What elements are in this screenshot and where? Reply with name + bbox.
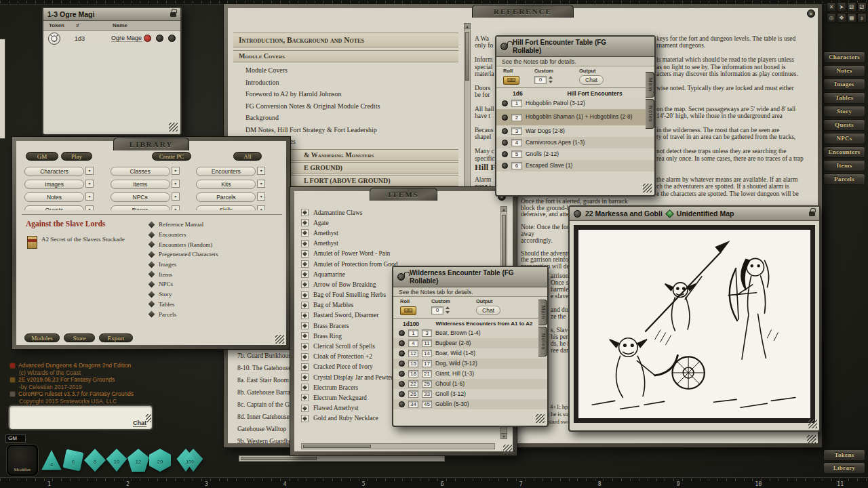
category-button[interactable]: Encounters — [196, 167, 256, 176]
item-entry[interactable]: Agate — [301, 218, 495, 228]
item-entry[interactable]: Amethyst — [301, 239, 495, 249]
resize-grip[interactable] — [643, 184, 652, 192]
resize-grip[interactable] — [536, 414, 545, 423]
category-button[interactable]: Characters — [24, 167, 84, 176]
chat-input[interactable]: Chat — [8, 405, 153, 430]
modifier-box[interactable]: Modifier — [7, 445, 38, 476]
encounter-row[interactable]: 18 21 Giant, Hill (1-3) — [393, 369, 547, 379]
lock-icon[interactable] — [170, 12, 176, 17]
row-handle-icon[interactable] — [502, 163, 508, 169]
die-d4[interactable]: 4 — [39, 447, 64, 473]
story-entry[interactable]: 8d. Inner Gatehouse W — [237, 413, 297, 426]
ogre-mage-token[interactable] — [48, 33, 60, 45]
dropdown-arrow-icon[interactable]: ▾ — [257, 180, 265, 188]
hill-fort-titlebar[interactable]: Hill Fort Encounter Table (FG Rollable) — [496, 37, 654, 57]
encounter-row[interactable]: 26 33 Gnoll (3-12) — [393, 389, 547, 399]
tab-main[interactable]: Main — [538, 300, 547, 325]
gm-identity-label[interactable]: GM — [5, 434, 26, 443]
resize-grip[interactable] — [808, 420, 817, 428]
encounter-row[interactable]: 2 Hobgoblin Shaman (1) + Hobgoblins (2-8… — [496, 109, 654, 125]
dropdown-arrow-icon[interactable]: ▾ — [172, 180, 180, 188]
encounter-row[interactable]: 1 3 Bear, Brown (1-4) — [393, 328, 547, 338]
output-chat-button[interactable]: Chat — [476, 306, 500, 315]
module-link[interactable]: Images — [149, 260, 278, 270]
sidebar-button-tables[interactable]: Tables — [823, 92, 865, 104]
dropdown-arrow-icon[interactable]: ▾ — [172, 192, 180, 201]
category-button[interactable]: Notes — [24, 192, 84, 202]
tab-notes[interactable]: Notes — [538, 327, 547, 357]
story-entry[interactable]: 8b. Gatehouse Barrac — [237, 389, 297, 401]
item-entry[interactable]: Amulet of Power Word - Pain — [301, 249, 495, 259]
tab-notes[interactable]: Notes — [646, 99, 654, 129]
story-entry[interactable]: Gatehouse Walltop — [237, 426, 297, 438]
resize-grip[interactable] — [503, 445, 512, 453]
token-button-icon[interactable] — [168, 35, 176, 42]
items-horizontal-scrollbar[interactable] — [301, 443, 495, 449]
row-handle-icon[interactable] — [399, 330, 405, 336]
dropdown-arrow-icon[interactable]: ▾ — [172, 205, 180, 210]
toc-entry[interactable]: Introduction — [245, 79, 380, 91]
scroll-thumb[interactable] — [303, 445, 371, 448]
encounter-row[interactable]: 5 Gnolls (2-12) — [496, 148, 654, 160]
gm-tab-button[interactable]: GM — [26, 152, 58, 161]
roll-dice-icon[interactable]: ⚄⚄ — [400, 306, 416, 315]
dropdown-arrow-icon[interactable]: ▾ — [85, 205, 94, 210]
row-handle-icon[interactable] — [399, 361, 405, 367]
count-field[interactable]: 1d3 — [75, 35, 85, 42]
dropdown-arrow-icon[interactable]: ▾ — [172, 167, 180, 175]
item-entry[interactable]: Amethyst — [301, 228, 495, 238]
module-book-icon[interactable] — [27, 236, 37, 249]
dropdown-arrow-icon[interactable]: ▾ — [257, 192, 265, 201]
sidebar-button-notes[interactable]: Notes — [823, 65, 865, 77]
sidebar-button-npcs[interactable]: NPCs — [823, 133, 865, 144]
modules-button[interactable]: Modules — [24, 333, 60, 342]
identify-diamond-icon[interactable] — [665, 209, 674, 218]
scroll-thumb[interactable] — [241, 457, 317, 460]
module-link[interactable]: Reference Manual — [149, 220, 278, 230]
story-entry[interactable]: 7b. Guard Bunkhouse — [237, 352, 297, 365]
wilderness-titlebar[interactable]: Wilderness Encounter Table (FG Rollable) — [393, 267, 547, 287]
story-entry[interactable]: 8-10. The Gatehouse — [237, 365, 297, 377]
toc-entry[interactable]: Module Covers — [245, 66, 380, 79]
close-icon[interactable]: ✕ — [807, 9, 815, 18]
story-entry[interactable]: 8a. East Stair Room — [237, 377, 297, 389]
map-illustration[interactable] — [574, 225, 815, 423]
row-handle-icon[interactable] — [399, 350, 405, 357]
sidebar-button-characters[interactable]: Characters — [823, 52, 865, 63]
dropdown-arrow-icon[interactable]: ▾ — [85, 192, 94, 201]
resize-grip[interactable] — [275, 335, 284, 344]
encounter-row[interactable]: 15 17 Dog, Wild (3-12) — [393, 359, 547, 369]
row-handle-icon[interactable] — [399, 391, 405, 397]
scroll-up-icon[interactable]: ▲ — [464, 23, 471, 29]
token-button-icon[interactable] — [156, 35, 163, 42]
die-d12[interactable]: 12 — [126, 447, 151, 473]
item-entry[interactable]: Adamantine Claws — [301, 207, 495, 218]
sidebar-button-parcels[interactable]: Parcels — [823, 174, 865, 185]
scroll-down-icon[interactable]: ▼ — [500, 433, 507, 439]
story-entry[interactable]: 8c. Captain of the Gat — [237, 401, 297, 413]
module-link[interactable]: Items — [149, 269, 278, 279]
category-button[interactable]: Skills — [196, 205, 256, 210]
category-button[interactable]: NPCs — [111, 192, 170, 202]
custom-value-field[interactable]: 0 — [534, 76, 547, 84]
die-d8[interactable]: 8 — [83, 447, 107, 473]
die-d10[interactable]: 10 — [104, 447, 129, 473]
pointer-icon[interactable]: ➤ — [837, 2, 846, 12]
radial-menu-icon[interactable]: ◎ — [827, 13, 836, 23]
toc-entry[interactable]: Background — [245, 114, 380, 126]
roll-dice-icon[interactable]: ⚄⚄ — [503, 76, 519, 85]
module-link[interactable]: NPCs — [149, 279, 278, 289]
row-handle-icon[interactable] — [502, 100, 508, 106]
die-d100[interactable]: 100 — [175, 447, 205, 473]
window-icon[interactable] — [574, 210, 581, 218]
dropdown-arrow-icon[interactable]: ▾ — [257, 167, 265, 175]
module-link[interactable]: Tables — [149, 300, 278, 310]
sidebar-button-items[interactable]: Items — [823, 160, 865, 171]
faction-red-token-icon[interactable] — [144, 35, 151, 42]
category-button[interactable]: Images — [24, 180, 84, 189]
custom-value-field[interactable]: 0 — [431, 306, 443, 314]
dropdown-arrow-icon[interactable]: ▾ — [85, 180, 94, 188]
resize-grip[interactable] — [169, 123, 178, 131]
sidebar-button-library[interactable]: Library — [823, 462, 865, 474]
tab-main[interactable]: Main — [646, 72, 654, 98]
